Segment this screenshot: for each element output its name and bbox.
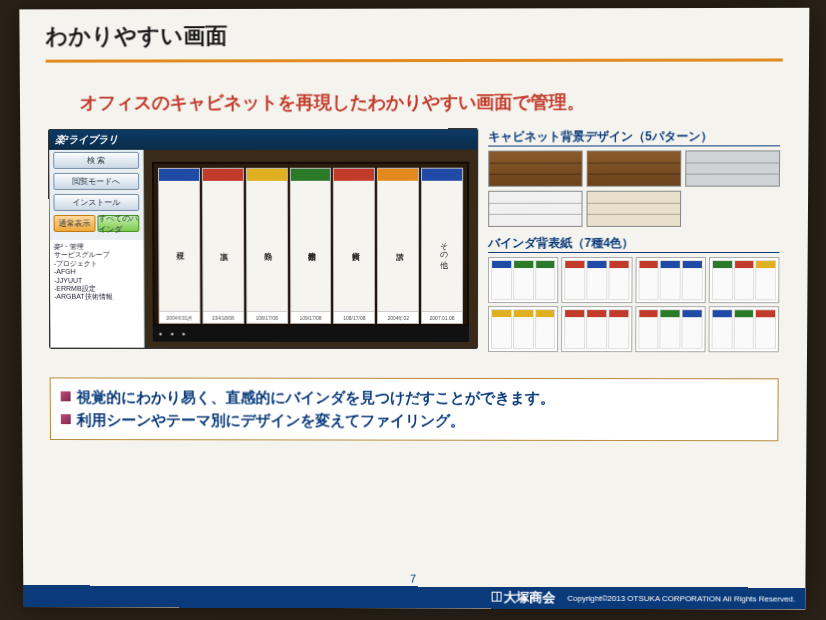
- content-row: 楽²ライブラリ 検 索 閲覧モードへ インストール 通常表示 すべてのバインダ …: [20, 128, 808, 352]
- binder-thumb: [561, 257, 632, 303]
- binder[interactable]: 請求2004年02: [377, 168, 419, 324]
- brand-name: 大塚商会: [504, 590, 556, 605]
- slide-title: わかりやすい画面: [45, 20, 783, 52]
- right-column: キャビネット背景デザイン（5パターン） バインダ背表紙（7種4色）: [488, 128, 780, 352]
- bullet-box: 視覚的にわかり易く、直感的にバインダを見つけだすことができます。 利用シーンやテ…: [50, 377, 779, 441]
- tree-item[interactable]: 楽²・管理: [54, 243, 140, 251]
- tree-item[interactable]: -ERRMB設定: [54, 285, 140, 293]
- binder[interactable]: 技術資料108/17/08: [333, 168, 375, 324]
- app-logo: 楽²ライブラリ: [49, 129, 477, 149]
- binder[interactable]: 規程2004年01月: [158, 168, 200, 324]
- cabinet-thumb: [488, 151, 582, 187]
- bullet-row: 利用シーンやテーマ別にデザインを変えてファイリング。: [61, 409, 768, 433]
- shelf-area: 規程2004年01月議事234/18/08勤務108/17/08総務書類109/…: [144, 150, 477, 348]
- tree-item[interactable]: -JJYUUT: [54, 276, 140, 284]
- shelf-footer: ●●●: [153, 326, 469, 342]
- tree-item[interactable]: サービスグループ: [54, 251, 140, 259]
- tree-item[interactable]: -AFGH: [54, 268, 140, 276]
- cabinet-thumb: [685, 150, 780, 186]
- brand-logo: 大塚商会: [492, 589, 556, 607]
- binder-thumb-grid: [488, 257, 779, 352]
- shelf: 規程2004年01月議事234/18/08勤務108/17/08総務書類109/…: [152, 162, 469, 326]
- cabinet-thumb: [488, 191, 582, 227]
- binder-thumb: [708, 306, 779, 352]
- brand-mark-icon: [492, 592, 502, 602]
- toggle-all[interactable]: すべてのバインダ: [97, 215, 139, 232]
- bullet-text: 視覚的にわかり易く、直感的にバインダを見つけだすことができます。: [76, 386, 554, 409]
- binder-thumb: [488, 306, 558, 352]
- binder-thumb: [488, 257, 559, 303]
- binder[interactable]: 総務書類109/17/08: [289, 168, 331, 324]
- cabinet-app-screenshot: 楽²ライブラリ 検 索 閲覧モードへ インストール 通常表示 すべてのバインダ …: [48, 128, 478, 349]
- binder[interactable]: その他2007.01.08: [421, 168, 463, 324]
- install-button[interactable]: インストール: [53, 194, 139, 211]
- folder-tree[interactable]: 楽²・管理 サービスグループ -プロジェクト -AFGH -JJYUUT -ER…: [50, 240, 144, 348]
- binder-thumb: [709, 257, 780, 303]
- toggle-normal[interactable]: 通常表示: [54, 215, 96, 232]
- bullet-text: 利用シーンやテーマ別にデザインを変えてファイリング。: [77, 409, 465, 432]
- slide: わかりやすい画面 オフィスのキャビネットを再現したわかりやすい画面で管理。 楽²…: [19, 8, 809, 610]
- title-underline: [46, 58, 783, 62]
- cabinet-design-heading: キャビネット背景デザイン（5パターン）: [488, 128, 780, 146]
- bullet-icon: [61, 391, 71, 401]
- app-body: 検 索 閲覧モードへ インストール 通常表示 すべてのバインダ 楽²・管理 サー…: [49, 150, 477, 348]
- app-sidebar: 検 索 閲覧モードへ インストール 通常表示 すべてのバインダ 楽²・管理 サー…: [49, 150, 145, 348]
- tree-item[interactable]: -プロジェクト: [54, 260, 140, 268]
- binder-thumb: [561, 306, 632, 352]
- cabinet-thumb-grid: [488, 150, 780, 227]
- subheading: オフィスのキャビネットを再現したわかりやすい画面で管理。: [80, 90, 809, 115]
- binder[interactable]: 勤務108/17/08: [246, 168, 288, 324]
- binder[interactable]: 議事234/18/08: [202, 168, 244, 324]
- bullet-icon: [61, 414, 71, 424]
- slide-footer: 大塚商会 Copyright©2013 OTSUKA CORPORATION A…: [23, 585, 805, 609]
- bullet-row: 視覚的にわかり易く、直感的にバインダを見つけだすことができます。: [61, 386, 768, 409]
- title-bar: わかりやすい画面: [19, 8, 809, 56]
- binder-thumb: [635, 306, 706, 352]
- search-button[interactable]: 検 索: [53, 152, 139, 169]
- copyright: Copyright©2013 OTSUKA CORPORATION All Ri…: [567, 593, 795, 603]
- tree-item[interactable]: -ARGBAT技術情報: [54, 293, 140, 301]
- cabinet-thumb: [587, 150, 682, 186]
- cabinet-thumb: [586, 191, 681, 227]
- binder-thumb: [635, 257, 706, 303]
- viewmode-button[interactable]: 閲覧モードへ: [53, 173, 139, 190]
- binder-design-heading: バインダ背表紙（7種4色）: [488, 235, 779, 253]
- page-number: 7: [23, 571, 805, 585]
